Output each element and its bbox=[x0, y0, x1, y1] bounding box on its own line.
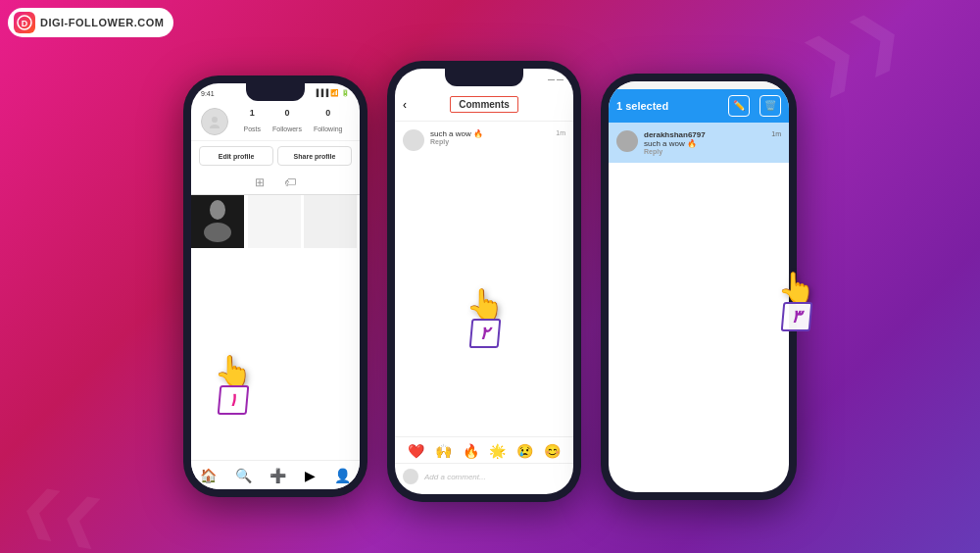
selected-comment-time: 1m bbox=[771, 130, 781, 137]
selected-comment-reply[interactable]: Reply bbox=[644, 148, 781, 155]
phone-1-bottom-nav: 🏠 🔍 ➕ ▶ 👤 bbox=[191, 460, 360, 489]
emoji-fire[interactable]: 🔥 bbox=[463, 443, 479, 459]
step-2-indicator: 👆 ۲ bbox=[466, 286, 505, 348]
reels-icon[interactable]: ▶ bbox=[305, 468, 316, 483]
comment-reply[interactable]: Reply bbox=[430, 138, 565, 145]
hand-3-emoji: 👆 bbox=[777, 270, 816, 307]
input-avatar bbox=[403, 469, 418, 484]
delete-btn[interactable]: 🗑️ bbox=[760, 95, 781, 117]
photo-grid bbox=[191, 195, 360, 248]
phone-1: 9:41 ▐▐▐ 📶 🔋 1 Posts 0 bbox=[183, 75, 368, 497]
followers-stat: 0 Followers bbox=[272, 108, 302, 135]
phone-3-screen: 1 selected ✏️ 🗑️ 1m derakhshan6797 such … bbox=[609, 81, 789, 492]
tag-icon[interactable]: 🏷 bbox=[284, 176, 296, 189]
grid-item-3 bbox=[304, 195, 357, 248]
selected-comment-avatar bbox=[616, 130, 638, 152]
comments-title: Comments bbox=[450, 96, 518, 113]
phone-2-screen: — — ‹ Comments 1m such a wow 🔥 Reply ❤️ … bbox=[395, 69, 573, 494]
search-icon[interactable]: 🔍 bbox=[235, 468, 252, 483]
svg-point-6 bbox=[204, 223, 231, 242]
profile-header: 1 Posts 0 Followers 0 Following bbox=[191, 103, 360, 141]
phone-3-top bbox=[609, 81, 789, 89]
selected-count: 1 selected bbox=[616, 100, 722, 112]
comment-item-1: 1m such a wow 🔥 Reply bbox=[395, 122, 573, 159]
home-icon[interactable]: 🏠 bbox=[200, 468, 217, 483]
selected-header: 1 selected ✏️ 🗑️ bbox=[609, 89, 789, 123]
logo-text: DIGI-FOLLOWER.COM bbox=[40, 17, 164, 28]
followers-count: 0 bbox=[272, 108, 302, 118]
svg-text:D: D bbox=[22, 19, 28, 28]
phone-2: — — ‹ Comments 1m such a wow 🔥 Reply ❤️ … bbox=[387, 61, 581, 502]
grid-item-2 bbox=[248, 195, 301, 248]
profile-icon[interactable]: 👤 bbox=[334, 468, 351, 483]
svg-point-2 bbox=[212, 117, 218, 123]
following-stat: 0 Following bbox=[314, 108, 343, 135]
phone-3: 1 selected ✏️ 🗑️ 1m derakhshan6797 such … bbox=[601, 74, 797, 500]
back-arrow: ‹ bbox=[403, 98, 407, 112]
edit-btn[interactable]: ✏️ bbox=[728, 95, 750, 117]
emoji-smile[interactable]: 😊 bbox=[544, 443, 561, 459]
selected-comment[interactable]: 1m derakhshan6797 such a wow 🔥 Reply bbox=[609, 123, 789, 163]
comment-time: 1m bbox=[556, 129, 565, 136]
emoji-bar: ❤️ 🙌 🔥 🌟 😢 😊 bbox=[395, 436, 573, 465]
comments-header: ‹ Comments bbox=[395, 88, 573, 122]
following-label: Following bbox=[314, 126, 343, 132]
step-1-number: ۱ bbox=[218, 385, 250, 415]
svg-point-3 bbox=[210, 125, 220, 128]
step-3-number: ۳ bbox=[781, 302, 813, 331]
phones-container: 9:41 ▐▐▐ 📶 🔋 1 Posts 0 bbox=[49, 39, 931, 533]
selected-comment-text: such a wow 🔥 bbox=[644, 139, 781, 148]
selected-comment-username: derakhshan6797 bbox=[644, 130, 781, 139]
followers-label: Followers bbox=[272, 126, 302, 132]
edit-profile-btn[interactable]: Edit profile bbox=[199, 146, 273, 166]
following-count: 0 bbox=[314, 108, 343, 118]
grid-item-1 bbox=[191, 195, 244, 248]
emoji-star[interactable]: 🌟 bbox=[489, 443, 506, 459]
share-profile-btn[interactable]: Share profile bbox=[277, 146, 352, 166]
posts-label: Posts bbox=[243, 126, 261, 132]
comment-input-bar: Add a comment... bbox=[395, 463, 573, 489]
grid-tabs: ⊞ 🏷 bbox=[191, 171, 360, 195]
comment-text: such a wow 🔥 bbox=[430, 129, 565, 138]
grid-icon[interactable]: ⊞ bbox=[255, 176, 265, 189]
emoji-clap[interactable]: 🙌 bbox=[435, 443, 452, 459]
profile-buttons: Edit profile Share profile bbox=[191, 141, 360, 171]
comment-avatar bbox=[403, 129, 424, 151]
step-1-indicator: 👆 ۱ bbox=[214, 353, 253, 415]
phone-1-screen: 9:41 ▐▐▐ 📶 🔋 1 Posts 0 bbox=[191, 83, 360, 489]
step-3-indicator: 👆 ۳ bbox=[777, 270, 816, 331]
profile-avatar bbox=[201, 108, 228, 135]
emoji-heart[interactable]: ❤️ bbox=[408, 443, 424, 459]
phone-1-notch bbox=[246, 83, 305, 101]
posts-stat: 1 Posts bbox=[243, 108, 261, 135]
emoji-sad[interactable]: 😢 bbox=[516, 443, 533, 459]
svg-point-5 bbox=[210, 200, 225, 220]
add-icon[interactable]: ➕ bbox=[270, 468, 286, 483]
posts-count: 1 bbox=[243, 108, 261, 118]
comment-content: 1m such a wow 🔥 Reply bbox=[430, 129, 565, 145]
logo: D DIGI-FOLLOWER.COM bbox=[8, 8, 173, 37]
profile-stats: 1 Posts 0 Followers 0 Following bbox=[236, 108, 350, 135]
logo-icon: D bbox=[14, 12, 35, 33]
selected-comment-content: 1m derakhshan6797 such a wow 🔥 Reply bbox=[644, 130, 781, 155]
comment-input[interactable]: Add a comment... bbox=[424, 473, 486, 481]
step-2-number: ۲ bbox=[469, 319, 502, 348]
phone-2-notch bbox=[445, 69, 523, 86]
